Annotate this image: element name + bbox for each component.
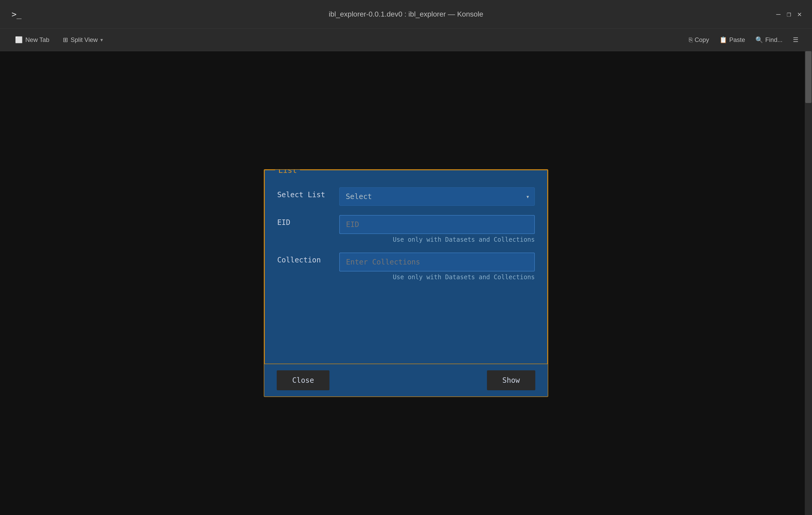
paste-button[interactable]: 📋 Paste [716, 34, 748, 46]
eid-hint: Use only with Datasets and Collections [339, 236, 535, 243]
title-bar-right: — ❐ ✕ [772, 10, 802, 18]
window-title: ibl_explorer-0.0.1.dev0 : ibl_explorer —… [329, 10, 483, 18]
find-icon: 🔍 [755, 36, 763, 44]
select-wrapper: Select ▾ [339, 187, 535, 206]
copy-icon: ⎘ [689, 36, 693, 44]
paste-icon: 📋 [719, 36, 727, 44]
show-button[interactable]: Show [487, 370, 535, 390]
eid-label: EID [277, 215, 329, 227]
collection-field-wrap: Use only with Datasets and Collections [339, 252, 535, 281]
minimize-button[interactable]: — [776, 10, 780, 18]
select-list-row: Select List Select ▾ [277, 187, 535, 206]
list-dialog: List Select List Select ▾ [264, 169, 548, 397]
paste-label: Paste [729, 36, 745, 44]
menu-icon: ☰ [793, 36, 799, 44]
tab-bar: ⬜ New Tab ⊞ Split View ▾ ⎘ Copy 📋 Paste … [0, 28, 812, 51]
collection-row: Collection Use only with Datasets and Co… [277, 252, 535, 281]
title-bar-left: >_ [10, 8, 23, 21]
main-area: List Select List Select ▾ [0, 51, 812, 515]
new-tab-button[interactable]: ⬜ New Tab [10, 34, 54, 46]
collection-hint: Use only with Datasets and Collections [339, 274, 535, 281]
dialog-body: Select List Select ▾ EID [265, 175, 547, 358]
copy-button[interactable]: ⎘ Copy [686, 34, 712, 46]
scrollbar[interactable] [805, 51, 812, 515]
close-dialog-button[interactable]: Close [277, 370, 329, 390]
menu-button[interactable]: ☰ [790, 34, 802, 46]
new-tab-icon: ⬜ [15, 36, 23, 44]
split-view-arrow-icon: ▾ [100, 37, 103, 43]
dialog-wrapper: List Select List Select ▾ [264, 169, 548, 397]
select-list-label: Select List [277, 187, 329, 199]
split-view-label: Split View [70, 36, 98, 44]
select-list-dropdown[interactable]: Select [339, 187, 535, 206]
dialog-footer: Close Show [264, 364, 548, 397]
collection-label: Collection [277, 252, 329, 264]
split-view-icon: ⊞ [63, 36, 68, 44]
close-button[interactable]: ✕ [797, 10, 802, 18]
scrollbar-thumb[interactable] [805, 51, 811, 103]
select-list-field: Select ▾ [339, 187, 535, 206]
window-controls: — ❐ ✕ [776, 10, 802, 18]
dialog-fieldset: List Select List Select ▾ [264, 170, 548, 364]
copy-label: Copy [695, 36, 709, 44]
collection-input[interactable] [339, 252, 535, 271]
find-label: Find... [765, 36, 783, 44]
split-view-button[interactable]: ⊞ Split View ▾ [58, 34, 108, 46]
terminal-icon: >_ [10, 8, 23, 21]
restore-button[interactable]: ❐ [787, 10, 791, 18]
dialog-legend: List [275, 169, 300, 175]
find-button[interactable]: 🔍 Find... [752, 34, 786, 46]
eid-input[interactable] [339, 215, 535, 234]
new-tab-label: New Tab [25, 36, 49, 44]
title-bar: >_ ibl_explorer-0.0.1.dev0 : ibl_explore… [0, 0, 812, 28]
dialog-spacer [277, 290, 535, 352]
eid-field-wrap: Use only with Datasets and Collections [339, 215, 535, 243]
eid-row: EID Use only with Datasets and Collectio… [277, 215, 535, 243]
